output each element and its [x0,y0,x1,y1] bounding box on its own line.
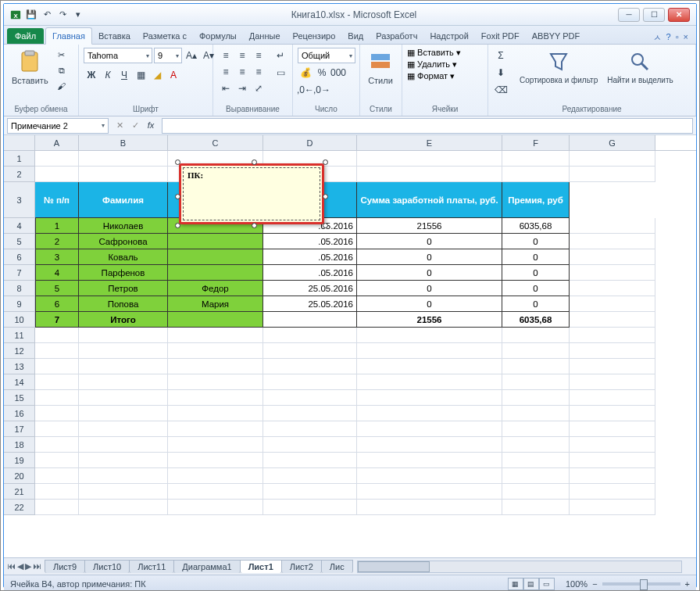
number-format-combo[interactable]: Общий [298,48,355,63]
col-header[interactable]: B [79,135,168,150]
tab-abbyy[interactable]: ABBYY PDF [526,28,587,44]
save-icon[interactable]: 💾 [24,8,38,22]
zoom-out-icon[interactable]: − [592,579,597,589]
row-header[interactable]: 16 [4,406,35,421]
row-header[interactable]: 18 [4,437,35,453]
decrease-decimal-icon[interactable]: ,0→ [314,82,330,98]
table-header[interactable]: № п/п [35,182,79,218]
close-button[interactable]: ✕ [668,8,690,22]
bold-button[interactable]: Ж [84,67,99,83]
zoom-level[interactable]: 100% [566,579,588,589]
row-header[interactable]: 5 [4,234,35,249]
decrease-indent-icon[interactable]: ⇤ [218,81,234,96]
merge-icon[interactable]: ▭ [273,65,288,81]
format-painter-icon[interactable]: 🖌 [55,79,69,93]
worksheet-grid[interactable]: A B C D E F G 1 2 3 № п/п Фамилия Дата С… [4,135,696,557]
wrap-text-icon[interactable]: ↵ [273,48,288,63]
row-header[interactable]: 6 [4,249,35,265]
find-select-button[interactable]: Найти и выделить [604,48,676,86]
increase-decimal-icon[interactable]: ,0← [298,82,313,98]
row-header[interactable]: 3 [4,182,35,218]
row-header[interactable]: 1 [4,151,35,167]
formula-input[interactable] [162,118,693,134]
row-header[interactable]: 21 [4,484,35,500]
undo-icon[interactable]: ↶ [40,8,54,22]
sheet-tab[interactable]: Лист9 [45,560,85,573]
normal-view-icon[interactable]: ▦ [508,578,523,590]
fill-icon[interactable]: ⬇ [493,65,509,81]
font-size-combo[interactable]: 9 [154,48,182,63]
maximize-button[interactable]: ☐ [643,8,665,22]
comment-box[interactable]: ПК: [179,163,324,224]
minimize-button[interactable]: ─ [618,8,640,22]
tab-foxit[interactable]: Foxit PDF [475,28,526,44]
align-bottom-icon[interactable]: ≡ [251,48,266,63]
zoom-in-icon[interactable]: + [685,579,690,589]
row-header[interactable]: 10 [4,312,35,328]
row-header[interactable]: 20 [4,468,35,484]
delete-cells-button[interactable]: ▦ Удалить ▾ [407,59,461,70]
orientation-icon[interactable]: ⤢ [251,81,266,96]
format-cells-button[interactable]: ▦ Формат ▾ [407,71,461,81]
col-header[interactable]: E [357,135,502,150]
row-header[interactable]: 17 [4,421,35,437]
align-top-icon[interactable]: ≡ [218,48,234,63]
sheet-tab[interactable]: Лис [321,560,353,573]
row-header[interactable]: 8 [4,281,35,296]
increase-indent-icon[interactable]: ⇥ [234,81,250,96]
col-header[interactable]: C [168,135,263,150]
col-header[interactable]: A [35,135,79,150]
currency-icon[interactable]: 💰 [298,65,313,81]
enter-formula-icon[interactable]: ✓ [127,120,143,131]
align-left-icon[interactable]: ≡ [218,64,234,80]
row-header[interactable]: 4 [4,218,35,234]
redo-icon[interactable]: ↷ [55,8,70,22]
paste-button[interactable]: Вставить [9,48,52,87]
col-header[interactable]: D [263,135,357,150]
page-layout-view-icon[interactable]: ▤ [523,578,539,590]
horizontal-scrollbar[interactable] [357,561,682,573]
tab-home[interactable]: Главная [45,27,92,45]
tab-view[interactable]: Вид [341,28,370,44]
help-icon[interactable]: ? [666,32,671,44]
row-header[interactable]: 22 [4,500,35,515]
zoom-slider[interactable] [602,582,680,586]
tab-review[interactable]: Рецензиро [287,28,342,44]
row-header[interactable]: 2 [4,167,35,182]
row-header[interactable]: 12 [4,343,35,359]
row-header[interactable]: 13 [4,359,35,374]
clear-icon[interactable]: ⌫ [493,82,509,98]
fill-color-button[interactable]: ◢ [149,67,165,83]
border-button[interactable]: ▦ [133,67,148,83]
sheet-tab[interactable]: Лист11 [129,560,174,573]
tab-formulas[interactable]: Формулы [193,28,243,44]
fx-icon[interactable]: fx [143,120,159,131]
row-header[interactable]: 9 [4,296,35,312]
first-sheet-icon[interactable]: ⏮ [7,561,16,571]
row-header[interactable]: 11 [4,328,35,343]
underline-button[interactable]: Ч [116,67,132,83]
qat-dropdown-icon[interactable]: ▾ [71,8,85,22]
align-middle-icon[interactable]: ≡ [234,48,250,63]
increase-font-icon[interactable]: A▴ [184,48,199,63]
copy-icon[interactable]: ⧉ [55,63,69,77]
align-center-icon[interactable]: ≡ [234,64,250,80]
next-sheet-icon[interactable]: ▶ [25,561,31,571]
row-header[interactable]: 14 [4,374,35,390]
row-header[interactable]: 19 [4,453,35,468]
font-name-combo[interactable]: Tahoma [84,48,152,63]
select-all-corner[interactable] [4,135,35,150]
tab-data[interactable]: Данные [243,28,287,44]
tab-insert[interactable]: Вставка [92,28,137,44]
font-color-button[interactable]: A [166,67,181,83]
sheet-tab[interactable]: Диаграмма1 [173,560,240,573]
autosum-icon[interactable]: Σ [493,48,509,63]
cancel-formula-icon[interactable]: ✕ [112,120,127,131]
doc-restore-icon[interactable]: ▫ [676,32,679,44]
sheet-tab-active[interactable]: Лист1 [240,560,282,573]
doc-close-icon[interactable]: × [684,32,688,44]
row-header[interactable]: 15 [4,390,35,406]
italic-button[interactable]: К [100,67,116,83]
sheet-tab[interactable]: Лист2 [281,560,322,573]
file-tab[interactable]: Файл [7,28,44,44]
